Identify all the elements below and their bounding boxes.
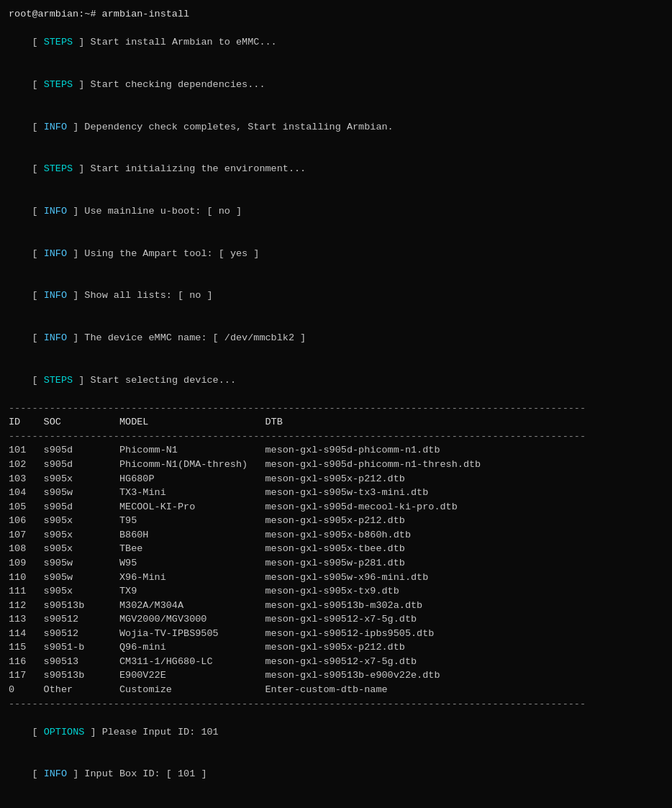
options-input-1: [ OPTIONS ] Please Input ID: 101 [9, 711, 663, 753]
device-row-110: 110 s905w X96-Mini meson-gxl-s905w-x96-m… [9, 571, 663, 585]
post-info-2: [ INFO ] FDTFILE: [ meson-gxl-s905d-phic… [9, 796, 663, 809]
line-info-4: [ INFO ] Show all lists: [ no ] [9, 275, 663, 317]
line-info-3: [ INFO ] Using the Ampart tool: [ yes ] [9, 232, 663, 275]
line-steps-4: [ STEPS ] Start selecting device... [9, 359, 663, 401]
device-row-108: 108 s905x TBee meson-gxl-s905x-tbee.dtb [9, 542, 663, 556]
device-row-105: 105 s905d MECOOL-KI-Pro meson-gxl-s905d-… [9, 500, 663, 514]
device-row-102: 102 s905d Phicomm-N1(DMA-thresh) meson-g… [9, 458, 663, 472]
separator-3: ----------------------------------------… [9, 697, 663, 712]
line-steps-2: [ STEPS ] Start checking dependencies... [9, 63, 663, 106]
device-row-117: 117 s90513b E900V22E meson-gxl-s90513b-e… [9, 668, 663, 683]
line-info-2: [ INFO ] Use mainline u-boot: [ no ] [9, 190, 663, 232]
device-row-115: 115 s9051-b Q96-mini meson-gxl-s905x-p21… [9, 640, 663, 655]
separator-1: ----------------------------------------… [9, 401, 663, 416]
line-info-1: [ INFO ] Dependency check completes, Sta… [9, 106, 663, 148]
line-steps-3: [ STEPS ] Start initializing the environ… [9, 148, 663, 191]
device-row-103: 103 s905x HG680P meson-gxl-s905x-p212.dt… [9, 472, 663, 486]
device-row-111: 111 s905x TX9 meson-gxl-s905x-tx9.dtb [9, 584, 663, 599]
device-row-113: 113 s90512 MGV2000/MGV3000 meson-gxl-s90… [9, 612, 663, 627]
device-row-0: 0 Other Customize Enter-custom-dtb-name [9, 683, 663, 697]
device-row-114: 114 s90512 Wojia-TV-IPBS9505 meson-gxl-s… [9, 627, 663, 641]
terminal: root@armbian:~# armbian-install [ STEPS … [9, 7, 663, 808]
prompt-line: root@armbian:~# armbian-install [9, 7, 663, 22]
post-info-1: [ INFO ] Input Box ID: [ 101 ] [9, 753, 663, 796]
device-row-104: 104 s905w TX3-Mini meson-gxl-s905w-tx3-m… [9, 486, 663, 500]
device-row-106: 106 s905x T95 meson-gxl-s905x-p212.dtb [9, 514, 663, 528]
device-row-101: 101 s905d Phicomm-N1 meson-gxl-s905d-phi… [9, 443, 663, 458]
line-info-5: [ INFO ] The device eMMC name: [ /dev/mm… [9, 317, 663, 359]
line-steps-1: [ STEPS ] Start install Armbian to eMMC.… [9, 22, 663, 64]
separator-2: ----------------------------------------… [9, 430, 663, 444]
table-header: ID SOC MODEL DTB [9, 415, 663, 430]
device-row-107: 107 s905x B860H meson-gxl-s905x-b860h.dt… [9, 528, 663, 543]
device-row-116: 116 s90513 CM311-1/HG680-LC meson-gxl-s9… [9, 655, 663, 669]
device-row-112: 112 s90513b M302A/M304A meson-gxl-s90513… [9, 599, 663, 613]
device-row-109: 109 s905w W95 meson-gxl-s905w-p281.dtb [9, 556, 663, 571]
